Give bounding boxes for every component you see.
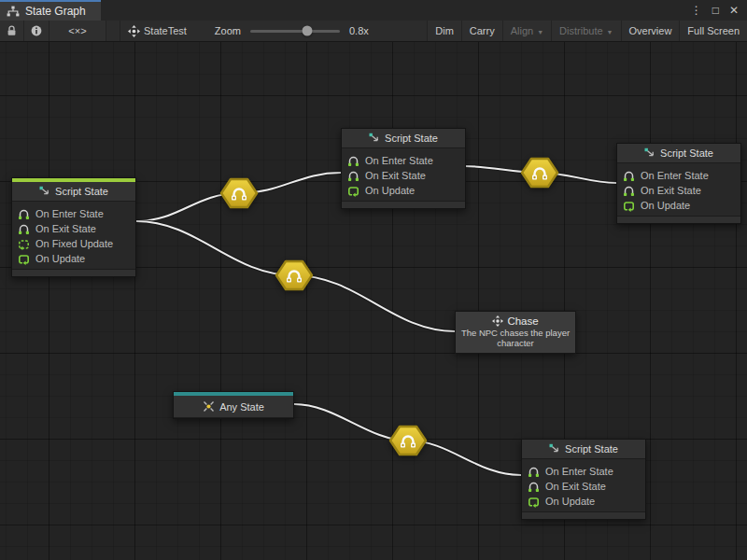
node-footer <box>522 511 645 519</box>
maximize-icon[interactable]: □ <box>712 5 719 16</box>
node-title: Script State <box>660 147 713 159</box>
node-body: On Enter State On Exit State On Fixed Up… <box>12 202 135 269</box>
event-row[interactable]: On Update <box>528 494 640 509</box>
node-description: The NPC chases the player character <box>460 328 571 349</box>
info-icon <box>31 25 42 36</box>
enter-state-icon <box>623 170 635 182</box>
chase-crosshair-icon <box>492 315 503 327</box>
enter-state-icon <box>18 208 30 220</box>
exit-state-icon <box>528 481 540 493</box>
event-row[interactable]: On Enter State <box>18 206 130 221</box>
event-row[interactable]: On Update <box>18 251 130 266</box>
node-footer <box>342 201 465 208</box>
event-row[interactable]: On Enter State <box>623 168 735 183</box>
focus-crosshair-icon <box>128 25 140 37</box>
update-loop-icon <box>528 496 540 508</box>
chevron-down-icon: ▼ <box>607 29 613 35</box>
event-row[interactable]: On Update <box>347 183 459 198</box>
node-header[interactable]: Any State <box>174 396 293 418</box>
full-screen-button[interactable]: Full Screen <box>679 21 747 41</box>
event-row[interactable]: On Exit State <box>623 183 735 198</box>
node-footer <box>617 216 740 223</box>
zoom-value: 0.8x <box>344 21 374 41</box>
node-body: On Enter State On Exit State On Update <box>342 148 465 201</box>
script-state-icon <box>549 443 560 455</box>
event-row[interactable]: On Update <box>623 198 735 213</box>
state-node-script-bottom-right[interactable]: Script State On Enter State On Exit Stat… <box>521 439 646 520</box>
tab-title: State Graph <box>25 5 86 18</box>
node-title: Script State <box>565 443 618 455</box>
info-button[interactable] <box>24 21 49 41</box>
any-state-icon <box>203 400 215 413</box>
align-button[interactable]: Align ▼ <box>502 21 551 41</box>
titlebar-spacer <box>101 0 691 21</box>
node-title: Any State <box>219 401 264 413</box>
lock-icon <box>7 25 17 36</box>
transition-condition-node[interactable] <box>218 175 260 215</box>
node-title: Script State <box>385 133 438 144</box>
node-header[interactable]: Script State <box>342 129 465 148</box>
fixed-update-loop-icon <box>18 238 30 250</box>
state-node-chase[interactable]: Chase The NPC chases the player characte… <box>455 311 576 354</box>
chevron-down-icon: ▼ <box>537 29 543 35</box>
node-title: Chase <box>507 315 538 327</box>
tab-state-graph[interactable]: State Graph <box>0 0 101 21</box>
enter-state-icon <box>347 155 359 167</box>
window-menu-icon[interactable]: ⋮ <box>691 5 702 16</box>
transition-condition-node[interactable] <box>388 423 429 462</box>
graph-name-label: StateTest <box>144 25 187 36</box>
graph-name-button[interactable]: StateTest <box>120 21 194 41</box>
node-title-row: Chase <box>460 315 571 327</box>
window-controls: ⋮ □ ✕ <box>691 0 747 21</box>
state-node-script-top-middle[interactable]: Script State On Enter State On Exit Stat… <box>341 128 466 209</box>
state-node-script-top-right[interactable]: Script State On Enter State On Exit Stat… <box>616 143 741 224</box>
update-loop-icon <box>347 185 359 197</box>
event-row[interactable]: On Exit State <box>18 221 130 236</box>
enter-state-icon <box>528 466 540 478</box>
state-node-any-state[interactable]: Any State <box>173 391 294 419</box>
node-body: On Enter State On Exit State On Update <box>522 459 645 511</box>
code-button[interactable]: <×> <box>49 21 106 41</box>
node-header[interactable]: Script State <box>617 144 740 163</box>
event-row[interactable]: On Enter State <box>347 153 459 168</box>
transition-condition-node[interactable] <box>519 155 560 194</box>
toolbar: <×> StateTest Zoom 0.8x Dim Carry Align … <box>0 21 747 42</box>
toolbar-separator <box>106 21 120 41</box>
node-header[interactable]: Script State <box>522 440 645 459</box>
distribute-button[interactable]: Distribute ▼ <box>551 21 620 41</box>
node-body: On Enter State On Exit State On Update <box>617 163 740 216</box>
toolbar-right-group: Dim Carry Align ▼ Distribute ▼ Overview … <box>427 21 747 41</box>
close-icon[interactable]: ✕ <box>729 5 739 16</box>
zoom-label: Zoom <box>209 21 247 41</box>
node-header[interactable]: Script State <box>12 182 135 202</box>
event-row[interactable]: On Exit State <box>347 168 459 183</box>
event-row[interactable]: On Enter State <box>528 464 640 479</box>
transition-condition-node[interactable] <box>274 258 315 297</box>
carry-button[interactable]: Carry <box>461 21 502 41</box>
node-title: Script State <box>55 186 108 197</box>
dim-button[interactable]: Dim <box>427 21 461 41</box>
zoom-slider-track[interactable] <box>250 30 340 33</box>
update-loop-icon <box>623 200 635 212</box>
event-row[interactable]: On Fixed Update <box>18 236 130 251</box>
exit-state-icon <box>347 170 359 182</box>
lock-button[interactable] <box>0 21 24 41</box>
script-state-icon <box>369 133 380 144</box>
exit-state-icon <box>18 223 30 235</box>
event-row[interactable]: On Exit State <box>528 479 640 494</box>
node-footer <box>12 269 135 276</box>
title-bar: State Graph ⋮ □ ✕ <box>0 0 747 21</box>
zoom-slider-handle[interactable] <box>303 26 313 36</box>
code-icon: <×> <box>68 25 86 36</box>
state-node-script-left[interactable]: Script State On Enter State On Exit Stat… <box>11 177 136 277</box>
script-state-icon <box>644 147 655 159</box>
overview-button[interactable]: Overview <box>621 21 680 41</box>
graph-icon <box>7 6 20 17</box>
graph-canvas[interactable]: Script State On Enter State On Exit Stat… <box>0 42 747 560</box>
update-loop-icon <box>18 253 30 265</box>
exit-state-icon <box>623 185 635 197</box>
script-state-icon <box>39 186 50 197</box>
zoom-slider[interactable] <box>247 21 344 41</box>
